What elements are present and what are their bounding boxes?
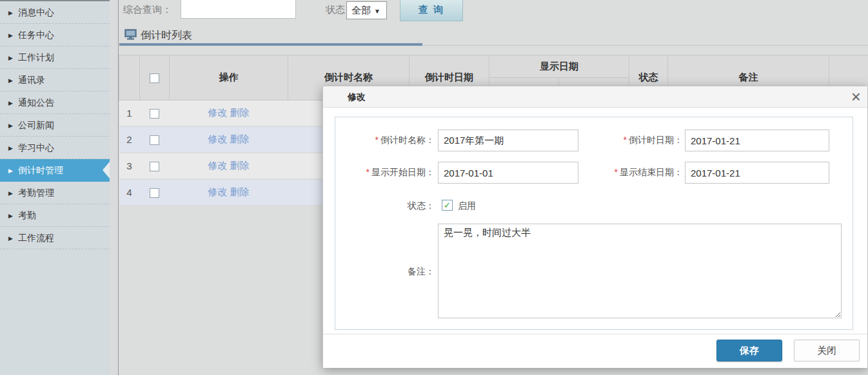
edit-link[interactable]: 修改 (208, 186, 227, 197)
row-checkbox[interactable] (150, 162, 159, 171)
remark-textarea[interactable]: 晃一晃，时间过大半 (438, 224, 842, 318)
edit-link[interactable]: 修改 (208, 160, 227, 171)
sidebar-item-learning[interactable]: ▶学习中心 (0, 137, 110, 159)
required-mark: * (615, 167, 618, 177)
sidebar-item-label: 通知公告 (18, 97, 54, 108)
arrow-right-icon: ▶ (8, 100, 13, 106)
sidebar-item-label: 任务中心 (18, 30, 54, 40)
status-select-value: 全部 (351, 5, 371, 15)
dialog-header: 修改 × (323, 86, 867, 108)
arrow-right-icon: ▶ (8, 32, 13, 39)
countdown-date-input[interactable] (685, 130, 829, 151)
display-start-input[interactable] (438, 162, 578, 184)
dialog-footer: 保存 关闭 (323, 334, 867, 368)
sidebar-item-attendance[interactable]: ▶考勤 (0, 204, 110, 227)
sidebar-item-label: 消息中心 (18, 7, 54, 17)
enabled-checkbox-label: 启用 (458, 200, 476, 212)
sidebar-item-messages[interactable]: ▶消息中心 (0, 1, 110, 24)
query-label: 综合查询： (123, 4, 172, 16)
display-end-label: *显示结束日期： (584, 167, 683, 178)
sidebar-item-label: 考勤管理 (18, 188, 54, 198)
display-end-input[interactable] (685, 162, 829, 184)
arrow-right-icon: ▶ (8, 235, 13, 242)
arrow-right-icon: ▶ (8, 122, 13, 129)
required-mark: * (366, 167, 370, 177)
row-checkbox[interactable] (150, 135, 159, 145)
delete-link[interactable]: 删除 (230, 160, 250, 171)
status-select[interactable]: 全部▼ (346, 1, 387, 19)
sidebar-item-workplan[interactable]: ▶工作计划 (0, 46, 110, 69)
arrow-right-icon: ▶ (8, 145, 13, 151)
arrow-right-icon: ▶ (8, 190, 13, 197)
edit-link[interactable]: 修改 (208, 107, 227, 118)
sidebar-item-attendance-mgmt[interactable]: ▶考勤管理 (0, 182, 110, 204)
sidebar-item-workflow[interactable]: ▶工作流程 (0, 227, 110, 249)
check-icon: ✓ (444, 200, 451, 210)
required-mark: * (624, 135, 627, 145)
sidebar-item-tasks[interactable]: ▶任务中心 (0, 24, 110, 46)
delete-link[interactable]: 删除 (230, 133, 250, 144)
header-select-all (140, 55, 170, 101)
edit-link[interactable]: 修改 (208, 133, 227, 144)
row-number: 2 (119, 127, 140, 152)
row-number: 4 (119, 180, 140, 205)
sidebar-item-notices[interactable]: ▶通知公告 (0, 91, 110, 114)
row-checkbox[interactable] (150, 109, 159, 119)
row-number: 1 (119, 101, 140, 126)
sidebar-item-label: 公司新闻 (18, 120, 54, 130)
sidebar-item-countdown-mgmt[interactable]: ▶倒计时管理 (0, 159, 110, 182)
search-button[interactable]: 查 询 (400, 0, 463, 21)
active-notch (103, 162, 110, 178)
display-start-label: *显示开始日期： (335, 167, 435, 178)
header-index (119, 55, 140, 101)
delete-link[interactable]: 删除 (230, 107, 250, 118)
sidebar-item-label: 工作流程 (18, 233, 54, 243)
remark-label: 备注： (335, 266, 435, 278)
countdown-name-input[interactable] (438, 130, 578, 151)
section-title-text: 倒计时列表 (141, 30, 192, 41)
sidebar-item-label: 通讯录 (18, 75, 45, 85)
sidebar-item-contacts[interactable]: ▶通讯录 (0, 69, 110, 91)
edit-dialog: 修改 × *倒计时名称： *倒计时日期： *显示开始日期： *显示结束日期： 状… (322, 86, 868, 367)
countdown-name-label: *倒计时名称： (335, 135, 435, 146)
section-title: 倒计时列表 (124, 29, 192, 43)
sidebar-item-label: 工作计划 (18, 52, 54, 63)
row-checkbox[interactable] (150, 188, 159, 198)
sidebar-item-label: 学习中心 (18, 142, 54, 153)
countdown-date-label: *倒计时日期： (584, 135, 683, 146)
arrow-right-icon: ▶ (8, 168, 13, 174)
sidebar-item-label: 考勤 (18, 210, 36, 220)
arrow-right-icon: ▶ (8, 10, 13, 16)
close-button[interactable]: 关闭 (794, 340, 860, 361)
sidebar: ▶消息中心 ▶任务中心 ▶工作计划 ▶通讯录 ▶通知公告 ▶公司新闻 ▶学习中心… (0, 0, 110, 375)
required-mark: * (375, 135, 379, 145)
close-icon[interactable]: × (851, 87, 861, 106)
arrow-right-icon: ▶ (8, 55, 13, 61)
search-toolbar: 综合查询： 状态： 全部▼ 查 询 (119, 0, 868, 23)
save-button[interactable]: 保存 (716, 340, 782, 361)
sidebar-divider (110, 0, 119, 375)
row-number: 3 (119, 153, 140, 178)
title-underline (119, 43, 422, 46)
monitor-icon (124, 29, 137, 40)
dropdown-arrow-icon: ▼ (374, 8, 380, 15)
sidebar-item-label: 倒计时管理 (18, 165, 63, 175)
enabled-checkbox[interactable]: ✓ (442, 200, 453, 211)
header-display-date: 显示日期 (489, 55, 629, 78)
arrow-right-icon: ▶ (8, 213, 13, 219)
sidebar-item-news[interactable]: ▶公司新闻 (0, 114, 110, 137)
delete-link[interactable]: 删除 (230, 186, 250, 197)
status-field-label: 状态： (335, 200, 435, 212)
arrow-right-icon: ▶ (8, 77, 13, 84)
header-operation: 操作 (170, 55, 288, 101)
query-input[interactable] (181, 0, 296, 19)
dialog-title: 修改 (348, 86, 366, 108)
dialog-form-panel: *倒计时名称： *倒计时日期： *显示开始日期： *显示结束日期： 状态： ✓ … (335, 117, 853, 330)
select-all-checkbox[interactable] (150, 73, 159, 83)
